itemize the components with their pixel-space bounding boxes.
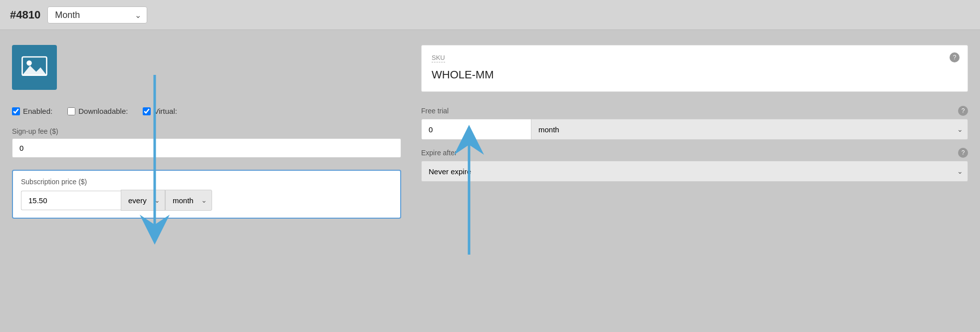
svg-point-1 xyxy=(26,60,32,66)
product-id: #4810 xyxy=(10,8,40,21)
virtual-checkbox[interactable] xyxy=(143,107,151,115)
sku-card: SKU ? xyxy=(421,45,968,92)
expire-after-field: Expire after ? Never expire 1 month 3 mo… xyxy=(421,148,968,182)
expire-after-label: Expire after xyxy=(421,149,457,157)
free-trial-label-row: Free trial ? xyxy=(421,106,968,116)
right-column: SKU ? Free trial ? month week ye xyxy=(421,45,968,182)
period-month-select[interactable]: month week year xyxy=(165,190,212,211)
image-placeholder-icon xyxy=(20,53,48,81)
sku-input[interactable] xyxy=(432,66,958,83)
right-fields: Free trial ? month week year ⌄ xyxy=(421,106,968,182)
virtual-checkbox-item[interactable]: Virtual: xyxy=(143,107,177,115)
main-content: Enabled: Downloadable: Virtual: Sign-up … xyxy=(0,30,980,234)
every-select[interactable]: every xyxy=(121,190,165,211)
period-select-wrapper: Month ⌄ xyxy=(47,6,147,23)
expire-after-select[interactable]: Never expire 1 month 3 months 6 months 1… xyxy=(421,161,968,182)
enabled-checkbox[interactable] xyxy=(12,107,20,115)
signup-fee-field: Sign-up fee ($) xyxy=(12,127,401,158)
subscription-price-label: Subscription price ($) xyxy=(21,178,392,186)
enabled-label: Enabled: xyxy=(23,107,52,115)
svg-marker-2 xyxy=(22,66,47,75)
downloadable-checkbox[interactable] xyxy=(67,107,75,115)
free-trial-inputs: month week year ⌄ xyxy=(421,119,968,140)
left-column: Enabled: Downloadable: Virtual: Sign-up … xyxy=(12,45,401,219)
expire-after-help-icon[interactable]: ? xyxy=(958,148,968,158)
free-trial-period-wrapper: month week year ⌄ xyxy=(531,119,968,140)
period-select[interactable]: Month xyxy=(47,6,147,23)
free-trial-field: Free trial ? month week year ⌄ xyxy=(421,106,968,140)
free-trial-period-select[interactable]: month week year xyxy=(531,119,968,140)
expire-after-wrapper: Never expire 1 month 3 months 6 months 1… xyxy=(421,161,968,182)
header-bar: #4810 Month ⌄ xyxy=(0,0,980,30)
period-month-select-wrapper: month week year ⌄ xyxy=(165,190,212,211)
enabled-checkbox-item[interactable]: Enabled: xyxy=(12,107,52,115)
free-trial-number-input[interactable] xyxy=(421,119,531,140)
checkboxes-row: Enabled: Downloadable: Virtual: xyxy=(12,107,401,115)
product-image[interactable] xyxy=(12,45,57,90)
subscription-price-row: every ⌄ month week year ⌄ xyxy=(21,190,392,211)
sku-help-icon[interactable]: ? xyxy=(950,52,960,62)
signup-fee-label: Sign-up fee ($) xyxy=(12,127,401,135)
signup-fee-input[interactable] xyxy=(12,138,401,158)
free-trial-label: Free trial xyxy=(421,107,449,115)
subscription-price-box: Subscription price ($) every ⌄ month wee… xyxy=(12,170,401,219)
downloadable-checkbox-item[interactable]: Downloadable: xyxy=(67,107,128,115)
virtual-label: Virtual: xyxy=(154,107,177,115)
subscription-price-input[interactable] xyxy=(21,191,121,210)
downloadable-label: Downloadable: xyxy=(78,107,128,115)
every-select-wrapper: every ⌄ xyxy=(121,190,165,211)
free-trial-help-icon[interactable]: ? xyxy=(958,106,968,116)
expire-after-label-row: Expire after ? xyxy=(421,148,968,158)
sku-label: SKU xyxy=(432,54,445,62)
